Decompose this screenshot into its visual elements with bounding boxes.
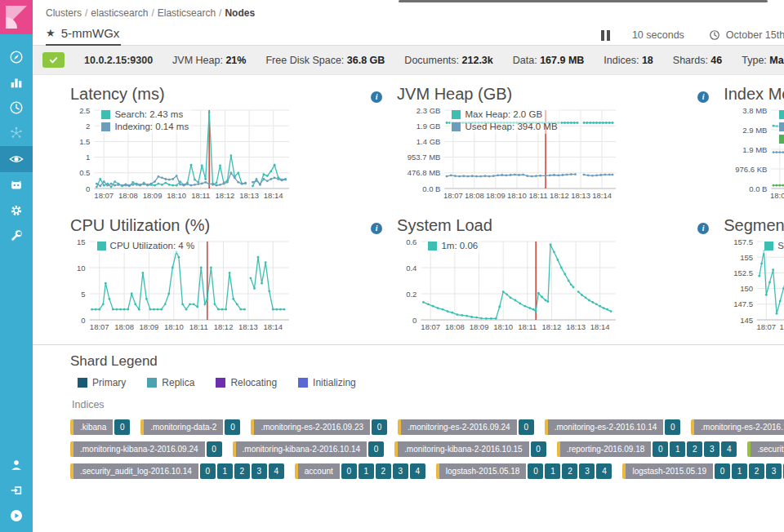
sidebar-item-collapse-play[interactable]: [0, 503, 33, 528]
node-tab[interactable]: ★ 5-mmWGx: [46, 26, 121, 46]
info-icon[interactable]: i: [371, 223, 382, 234]
sidebar-item-discover-compass[interactable]: [0, 45, 33, 69]
legend-item[interactable]: Segment Count: 154: [764, 240, 784, 252]
info-icon[interactable]: i: [697, 91, 709, 103]
legend-item[interactable]: CPU Utilization: 4 %: [97, 240, 195, 252]
shard-badge[interactable]: 0: [653, 441, 668, 457]
shard-badge[interactable]: 0: [528, 463, 543, 479]
shard-badge[interactable]: 0: [519, 419, 534, 435]
index-chip[interactable]: .monitoring-es-2-2016.10.140: [545, 419, 681, 435]
shard-badge[interactable]: 3: [704, 441, 719, 457]
chart-title: System Load: [397, 216, 492, 235]
shard-badge[interactable]: 2: [687, 441, 702, 457]
shard-badge[interactable]: 0: [531, 441, 546, 457]
breadcrumb-elasticsearch[interactable]: elasticsearch: [91, 7, 148, 19]
shard-badge[interactable]: 1: [545, 463, 560, 479]
shard-badge[interactable]: 3: [252, 463, 267, 479]
shard-badge[interactable]: 0: [225, 419, 240, 435]
index-chip[interactable]: .security0: [747, 441, 784, 457]
shard-badge[interactable]: 3: [579, 463, 595, 479]
shard-badge[interactable]: 0: [368, 441, 384, 457]
clock-icon[interactable]: [709, 29, 720, 41]
shard-badge[interactable]: 1: [359, 463, 374, 479]
horizontal-scrollbar-thumb[interactable]: [399, 0, 768, 2]
refresh-interval[interactable]: 10 seconds: [632, 29, 684, 41]
index-chip[interactable]: .monitoring-kibana-2-2016.10.140: [233, 441, 385, 457]
time-range[interactable]: October 15th 2016, 18:06:39.431 to Octob…: [726, 29, 784, 41]
index-chip[interactable]: .monitoring-data-20: [140, 419, 240, 435]
shard-badge[interactable]: 0: [207, 441, 222, 457]
shard-badge[interactable]: 3: [393, 463, 408, 479]
svg-text:18:13: 18:13: [239, 191, 259, 200]
index-chip[interactable]: .reporting-2016.09.1801234: [557, 441, 737, 457]
legend-item[interactable]: Terms: 1.8 MB: [779, 121, 784, 133]
index-chip[interactable]: account01234: [295, 463, 425, 479]
chart-header-cpu-utilization: CPU Utilization (%)i: [70, 216, 382, 235]
pause-button[interactable]: [601, 30, 610, 41]
chart-plot-index-memory-mb: 18:0718:0818:0918:1018:1118:1218:1318:14…: [724, 105, 784, 202]
shard-badge[interactable]: 0: [715, 463, 730, 479]
svg-text:976.6 KB: 976.6 KB: [735, 165, 767, 174]
shard-badge[interactable]: 4: [596, 463, 612, 479]
breadcrumb-clusters[interactable]: Clusters: [46, 7, 82, 19]
sidebar-item-visualize-bar-chart[interactable]: [0, 70, 33, 95]
shard-badge[interactable]: 4: [721, 441, 737, 457]
favorite-star-icon[interactable]: ★: [46, 27, 56, 39]
shard-badge[interactable]: 2: [562, 463, 577, 479]
svg-text:150: 150: [740, 284, 753, 293]
legend-item[interactable]: Used Heap: 394.0 MB: [452, 121, 557, 133]
chart-system-load: System Loadi18:0718:0818:0918:1018:1118:…: [397, 216, 709, 333]
sidebar-item-dashboard-clock[interactable]: [0, 95, 33, 120]
legend-item[interactable]: Indexing: 0.14 ms: [101, 121, 189, 133]
shard-badge[interactable]: 1: [217, 463, 233, 479]
shard-badge[interactable]: 2: [234, 463, 250, 479]
breadcrumb-elasticsearch[interactable]: Elasticsearch: [158, 7, 216, 19]
chart-canvas-index-memory-mb[interactable]: 18:0718:0818:0918:1018:1118:1218:1318:14…: [724, 105, 784, 202]
kibana-logo[interactable]: [0, 0, 33, 34]
index-name: logstash-2015.05.18: [436, 463, 527, 479]
sidebar-item-logout[interactable]: [0, 478, 33, 503]
shard-badge[interactable]: 1: [670, 441, 685, 457]
shard-badge[interactable]: 0: [665, 419, 680, 435]
sidebar-item-console-app[interactable]: [0, 173, 33, 197]
sidebar-item-dev-tools-wrench[interactable]: [0, 224, 33, 248]
shard-badge[interactable]: 4: [410, 463, 425, 479]
index-chip[interactable]: .security_audit_log-2016.10.1401234: [70, 463, 284, 479]
sidebar-item-monitoring-eye[interactable]: [0, 146, 33, 172]
chart-title: JVM Heap (GB): [397, 85, 512, 104]
legend-item[interactable]: Search: 2.43 ms: [101, 109, 189, 121]
index-chip[interactable]: .monitoring-kibana-2-2016.09.240: [70, 441, 222, 457]
shard-badge[interactable]: 0: [372, 419, 387, 435]
shard-badge[interactable]: 2: [749, 463, 764, 479]
index-chip[interactable]: .kibana0: [70, 419, 130, 435]
index-chip[interactable]: .monitoring-es-2-2016.09.240: [398, 419, 534, 435]
legend-item[interactable]: Lucene Total: 3.1 MB: [779, 109, 784, 121]
shard-badge[interactable]: 4: [269, 463, 284, 479]
shard-legend-section: Shard Legend PrimaryReplicaRelocatingIni…: [33, 345, 784, 485]
legend-item[interactable]: 1m: 0.06: [428, 240, 478, 252]
index-chip[interactable]: logstash-2015.05.1801234: [436, 463, 612, 479]
index-chip[interactable]: logstash-2015.05.1901234: [622, 463, 784, 479]
index-row: .kibana0.monitoring-data-20.monitoring-e…: [70, 419, 784, 435]
legend-item[interactable]: Points: 156.1 KB: [779, 133, 784, 145]
shard-badge[interactable]: 1: [732, 463, 747, 479]
shard-badge[interactable]: 0: [114, 419, 130, 435]
shard-badge[interactable]: 2: [376, 463, 391, 479]
info-icon[interactable]: i: [697, 223, 709, 234]
index-name: .monitoring-kibana-2-2016.09.24: [70, 441, 205, 457]
sidebar-spacer: [0, 249, 33, 442]
dev-tools-wrench-icon: [9, 228, 24, 243]
info-icon[interactable]: i: [371, 91, 382, 103]
svg-text:18:11: 18:11: [529, 191, 548, 200]
svg-text:18:09: 18:09: [470, 322, 489, 331]
shard-badge[interactable]: 3: [766, 463, 782, 479]
sidebar-item-management-gear[interactable]: [0, 198, 33, 223]
legend-item[interactable]: Max Heap: 2.0 GB: [452, 109, 557, 121]
sidebar-item-graph-nodes[interactable]: [0, 121, 33, 145]
index-chip[interactable]: .monitoring-es-2-2016.10.150: [691, 419, 784, 435]
shard-badge[interactable]: 0: [341, 463, 357, 479]
sidebar-item-user-account[interactable]: [0, 453, 33, 477]
index-chip[interactable]: .monitoring-kibana-2-2016.10.150: [394, 441, 546, 457]
shard-badge[interactable]: 0: [200, 463, 216, 479]
index-chip[interactable]: .monitoring-es-2-2016.09.230: [251, 419, 387, 435]
